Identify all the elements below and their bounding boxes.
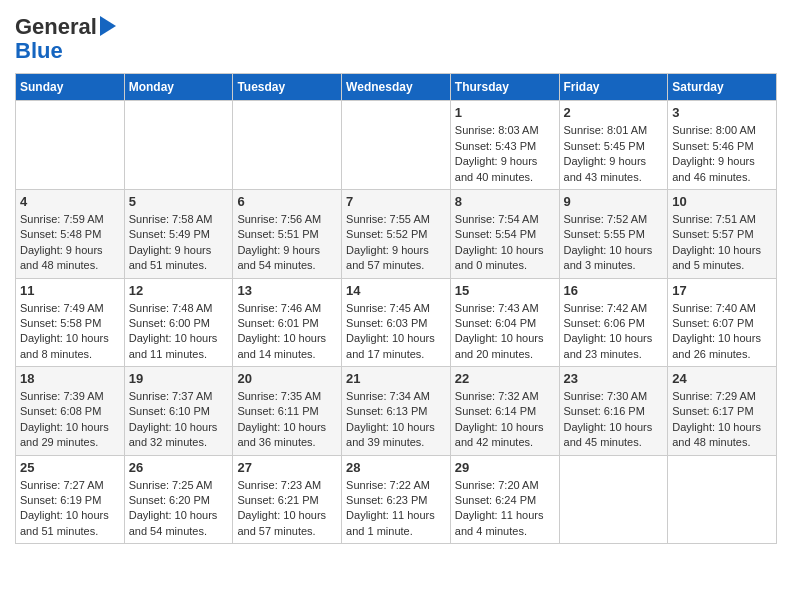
calendar-day-cell: 17Sunrise: 7:40 AM Sunset: 6:07 PM Dayli… bbox=[668, 278, 777, 367]
day-number: 20 bbox=[237, 371, 337, 386]
day-info: Sunrise: 7:51 AM Sunset: 5:57 PM Dayligh… bbox=[672, 212, 772, 274]
day-info: Sunrise: 7:48 AM Sunset: 6:00 PM Dayligh… bbox=[129, 301, 229, 363]
calendar-day-cell bbox=[16, 101, 125, 190]
calendar-week-row: 25Sunrise: 7:27 AM Sunset: 6:19 PM Dayli… bbox=[16, 455, 777, 544]
calendar-day-cell bbox=[233, 101, 342, 190]
day-info: Sunrise: 7:59 AM Sunset: 5:48 PM Dayligh… bbox=[20, 212, 120, 274]
day-of-week-header: Friday bbox=[559, 74, 668, 101]
day-number: 27 bbox=[237, 460, 337, 475]
calendar-week-row: 11Sunrise: 7:49 AM Sunset: 5:58 PM Dayli… bbox=[16, 278, 777, 367]
logo-blue: Blue bbox=[15, 39, 116, 63]
day-info: Sunrise: 7:23 AM Sunset: 6:21 PM Dayligh… bbox=[237, 478, 337, 540]
day-of-week-header: Wednesday bbox=[342, 74, 451, 101]
day-number: 6 bbox=[237, 194, 337, 209]
calendar-day-cell: 25Sunrise: 7:27 AM Sunset: 6:19 PM Dayli… bbox=[16, 455, 125, 544]
calendar-day-cell: 20Sunrise: 7:35 AM Sunset: 6:11 PM Dayli… bbox=[233, 367, 342, 456]
day-number: 24 bbox=[672, 371, 772, 386]
calendar-day-cell: 6Sunrise: 7:56 AM Sunset: 5:51 PM Daylig… bbox=[233, 189, 342, 278]
day-of-week-header: Tuesday bbox=[233, 74, 342, 101]
day-number: 23 bbox=[564, 371, 664, 386]
day-info: Sunrise: 7:55 AM Sunset: 5:52 PM Dayligh… bbox=[346, 212, 446, 274]
calendar-day-cell: 5Sunrise: 7:58 AM Sunset: 5:49 PM Daylig… bbox=[124, 189, 233, 278]
day-of-week-header: Sunday bbox=[16, 74, 125, 101]
day-info: Sunrise: 7:34 AM Sunset: 6:13 PM Dayligh… bbox=[346, 389, 446, 451]
calendar-day-cell bbox=[668, 455, 777, 544]
day-info: Sunrise: 8:00 AM Sunset: 5:46 PM Dayligh… bbox=[672, 123, 772, 185]
day-number: 14 bbox=[346, 283, 446, 298]
calendar-day-cell bbox=[559, 455, 668, 544]
calendar-day-cell: 27Sunrise: 7:23 AM Sunset: 6:21 PM Dayli… bbox=[233, 455, 342, 544]
calendar-day-cell: 22Sunrise: 7:32 AM Sunset: 6:14 PM Dayli… bbox=[450, 367, 559, 456]
day-number: 4 bbox=[20, 194, 120, 209]
logo-text: General Blue bbox=[15, 15, 116, 63]
day-number: 2 bbox=[564, 105, 664, 120]
day-of-week-header: Thursday bbox=[450, 74, 559, 101]
calendar-day-cell bbox=[342, 101, 451, 190]
day-info: Sunrise: 7:54 AM Sunset: 5:54 PM Dayligh… bbox=[455, 212, 555, 274]
day-info: Sunrise: 7:56 AM Sunset: 5:51 PM Dayligh… bbox=[237, 212, 337, 274]
logo: General Blue bbox=[15, 15, 116, 63]
day-number: 19 bbox=[129, 371, 229, 386]
calendar-day-cell: 26Sunrise: 7:25 AM Sunset: 6:20 PM Dayli… bbox=[124, 455, 233, 544]
calendar-day-cell: 3Sunrise: 8:00 AM Sunset: 5:46 PM Daylig… bbox=[668, 101, 777, 190]
day-number: 5 bbox=[129, 194, 229, 209]
calendar-day-cell: 13Sunrise: 7:46 AM Sunset: 6:01 PM Dayli… bbox=[233, 278, 342, 367]
day-info: Sunrise: 7:35 AM Sunset: 6:11 PM Dayligh… bbox=[237, 389, 337, 451]
logo-general: General bbox=[15, 14, 97, 39]
calendar-day-cell: 14Sunrise: 7:45 AM Sunset: 6:03 PM Dayli… bbox=[342, 278, 451, 367]
calendar-day-cell: 10Sunrise: 7:51 AM Sunset: 5:57 PM Dayli… bbox=[668, 189, 777, 278]
day-info: Sunrise: 7:20 AM Sunset: 6:24 PM Dayligh… bbox=[455, 478, 555, 540]
day-number: 26 bbox=[129, 460, 229, 475]
day-number: 15 bbox=[455, 283, 555, 298]
day-info: Sunrise: 7:30 AM Sunset: 6:16 PM Dayligh… bbox=[564, 389, 664, 451]
day-number: 10 bbox=[672, 194, 772, 209]
day-info: Sunrise: 7:42 AM Sunset: 6:06 PM Dayligh… bbox=[564, 301, 664, 363]
day-info: Sunrise: 8:03 AM Sunset: 5:43 PM Dayligh… bbox=[455, 123, 555, 185]
day-info: Sunrise: 8:01 AM Sunset: 5:45 PM Dayligh… bbox=[564, 123, 664, 185]
day-of-week-header: Monday bbox=[124, 74, 233, 101]
calendar-day-cell bbox=[124, 101, 233, 190]
calendar-week-row: 18Sunrise: 7:39 AM Sunset: 6:08 PM Dayli… bbox=[16, 367, 777, 456]
day-info: Sunrise: 7:45 AM Sunset: 6:03 PM Dayligh… bbox=[346, 301, 446, 363]
day-info: Sunrise: 7:29 AM Sunset: 6:17 PM Dayligh… bbox=[672, 389, 772, 451]
calendar-header-row: SundayMondayTuesdayWednesdayThursdayFrid… bbox=[16, 74, 777, 101]
calendar-table: SundayMondayTuesdayWednesdayThursdayFrid… bbox=[15, 73, 777, 544]
day-number: 16 bbox=[564, 283, 664, 298]
day-number: 9 bbox=[564, 194, 664, 209]
calendar-day-cell: 8Sunrise: 7:54 AM Sunset: 5:54 PM Daylig… bbox=[450, 189, 559, 278]
calendar-day-cell: 9Sunrise: 7:52 AM Sunset: 5:55 PM Daylig… bbox=[559, 189, 668, 278]
day-info: Sunrise: 7:25 AM Sunset: 6:20 PM Dayligh… bbox=[129, 478, 229, 540]
calendar-day-cell: 19Sunrise: 7:37 AM Sunset: 6:10 PM Dayli… bbox=[124, 367, 233, 456]
calendar-day-cell: 4Sunrise: 7:59 AM Sunset: 5:48 PM Daylig… bbox=[16, 189, 125, 278]
day-number: 21 bbox=[346, 371, 446, 386]
day-info: Sunrise: 7:58 AM Sunset: 5:49 PM Dayligh… bbox=[129, 212, 229, 274]
day-number: 18 bbox=[20, 371, 120, 386]
calendar-day-cell: 12Sunrise: 7:48 AM Sunset: 6:00 PM Dayli… bbox=[124, 278, 233, 367]
calendar-day-cell: 16Sunrise: 7:42 AM Sunset: 6:06 PM Dayli… bbox=[559, 278, 668, 367]
day-info: Sunrise: 7:22 AM Sunset: 6:23 PM Dayligh… bbox=[346, 478, 446, 540]
day-number: 1 bbox=[455, 105, 555, 120]
calendar-week-row: 4Sunrise: 7:59 AM Sunset: 5:48 PM Daylig… bbox=[16, 189, 777, 278]
day-info: Sunrise: 7:37 AM Sunset: 6:10 PM Dayligh… bbox=[129, 389, 229, 451]
day-info: Sunrise: 7:40 AM Sunset: 6:07 PM Dayligh… bbox=[672, 301, 772, 363]
calendar-day-cell: 15Sunrise: 7:43 AM Sunset: 6:04 PM Dayli… bbox=[450, 278, 559, 367]
day-number: 22 bbox=[455, 371, 555, 386]
calendar-day-cell: 28Sunrise: 7:22 AM Sunset: 6:23 PM Dayli… bbox=[342, 455, 451, 544]
calendar-day-cell: 24Sunrise: 7:29 AM Sunset: 6:17 PM Dayli… bbox=[668, 367, 777, 456]
calendar-day-cell: 1Sunrise: 8:03 AM Sunset: 5:43 PM Daylig… bbox=[450, 101, 559, 190]
logo-arrow-icon bbox=[100, 16, 116, 36]
day-number: 13 bbox=[237, 283, 337, 298]
day-number: 28 bbox=[346, 460, 446, 475]
page-header: General Blue bbox=[15, 15, 777, 63]
day-number: 7 bbox=[346, 194, 446, 209]
day-number: 8 bbox=[455, 194, 555, 209]
day-number: 29 bbox=[455, 460, 555, 475]
calendar-day-cell: 29Sunrise: 7:20 AM Sunset: 6:24 PM Dayli… bbox=[450, 455, 559, 544]
calendar-day-cell: 18Sunrise: 7:39 AM Sunset: 6:08 PM Dayli… bbox=[16, 367, 125, 456]
calendar-day-cell: 7Sunrise: 7:55 AM Sunset: 5:52 PM Daylig… bbox=[342, 189, 451, 278]
day-info: Sunrise: 7:27 AM Sunset: 6:19 PM Dayligh… bbox=[20, 478, 120, 540]
day-number: 12 bbox=[129, 283, 229, 298]
day-info: Sunrise: 7:39 AM Sunset: 6:08 PM Dayligh… bbox=[20, 389, 120, 451]
calendar-day-cell: 21Sunrise: 7:34 AM Sunset: 6:13 PM Dayli… bbox=[342, 367, 451, 456]
calendar-day-cell: 2Sunrise: 8:01 AM Sunset: 5:45 PM Daylig… bbox=[559, 101, 668, 190]
